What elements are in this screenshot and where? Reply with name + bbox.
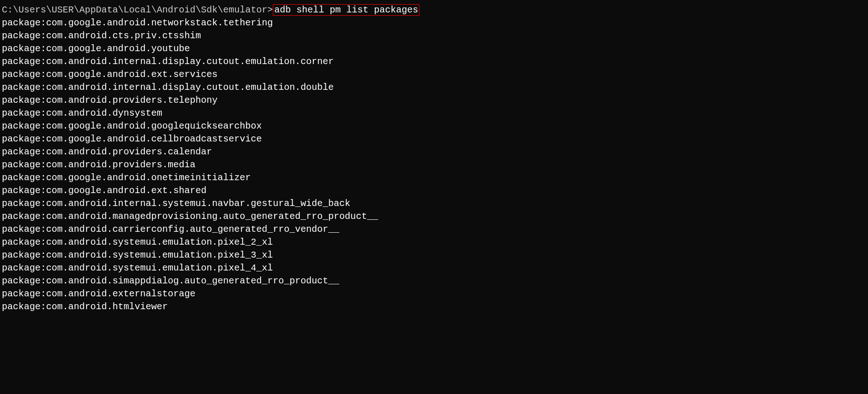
package-output-line: package:com.android.carrierconfig.auto_g… xyxy=(2,223,866,236)
command-highlighted: adb shell pm list packages xyxy=(273,4,419,16)
package-output-line: package:com.google.android.onetimeinitia… xyxy=(2,171,866,184)
terminal-window[interactable]: C:\Users\USER\AppData\Local\Android\Sdk\… xyxy=(0,0,868,317)
package-output-line: package:com.android.internal.systemui.na… xyxy=(2,197,866,210)
package-output-line: package:com.android.systemui.emulation.p… xyxy=(2,236,866,249)
package-output-line: package:com.android.externalstorage xyxy=(2,288,866,300)
prompt-path: C:\Users\USER\AppData\Local\Android\Sdk\… xyxy=(2,5,273,15)
package-output-line: package:com.android.internal.display.cut… xyxy=(2,55,866,68)
package-output-line: package:com.android.providers.media xyxy=(2,159,866,171)
package-output-line: package:com.google.android.networkstack.… xyxy=(2,17,866,29)
package-output-line: package:com.android.providers.calendar xyxy=(2,146,866,159)
package-output-line: package:com.google.android.cellbroadcast… xyxy=(2,133,866,146)
package-output-line: package:com.android.providers.telephony xyxy=(2,94,866,107)
package-output-line: package:com.android.systemui.emulation.p… xyxy=(2,262,866,275)
package-output-line: package:com.google.android.googlequickse… xyxy=(2,120,866,133)
package-output-line: package:com.android.htmlviewer xyxy=(2,300,866,313)
package-output-line: package:com.google.android.ext.shared xyxy=(2,184,866,197)
package-output-line: package:com.google.android.youtube xyxy=(2,42,866,55)
package-output-line: package:com.android.systemui.emulation.p… xyxy=(2,249,866,262)
package-output-line: package:com.android.cts.priv.ctsshim xyxy=(2,29,866,42)
package-output-line: package:com.android.managedprovisioning.… xyxy=(2,210,866,223)
command-prompt-line: C:\Users\USER\AppData\Local\Android\Sdk\… xyxy=(2,4,866,17)
package-output-line: package:com.android.dynsystem xyxy=(2,107,866,120)
output-container: package:com.google.android.networkstack.… xyxy=(2,17,866,313)
package-output-line: package:com.android.internal.display.cut… xyxy=(2,81,866,94)
package-output-line: package:com.google.android.ext.services xyxy=(2,68,866,81)
package-output-line: package:com.android.simappdialog.auto_ge… xyxy=(2,275,866,288)
